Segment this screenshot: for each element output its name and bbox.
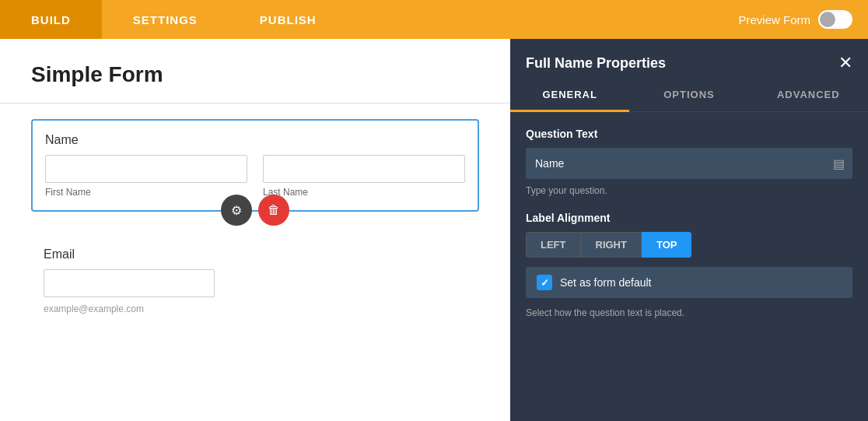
preview-form-label: Preview Form — [738, 13, 810, 26]
preview-toggle[interactable] — [818, 10, 852, 29]
panel-tabs: GENERAL OPTIONS ADVANCED — [510, 79, 868, 112]
align-top-button[interactable]: TOP — [642, 232, 692, 258]
question-hint: Type your question. — [526, 185, 852, 196]
settings-button[interactable]: ⚙ — [221, 195, 252, 226]
email-input[interactable] — [44, 269, 215, 297]
form-title-area: Simple Form — [0, 39, 510, 103]
tab-advanced[interactable]: ADVANCED — [749, 79, 868, 111]
last-name-input[interactable] — [263, 155, 465, 183]
tab-settings[interactable]: SETTINGS — [102, 0, 229, 39]
panel-title: Full Name Properties — [526, 55, 666, 72]
form-builder: Simple Form Name First Name Last Name — [0, 39, 510, 421]
tab-publish[interactable]: PUBLISH — [229, 0, 348, 39]
properties-panel: Full Name Properties ✕ GENERAL OPTIONS A… — [510, 39, 868, 421]
tab-options[interactable]: OPTIONS — [629, 79, 748, 111]
first-name-input[interactable] — [45, 155, 247, 183]
alignment-row: LEFT RIGHT TOP — [526, 232, 852, 258]
name-field-label: Name — [45, 133, 465, 147]
email-hint: example@example.com — [44, 303, 144, 314]
panel-body: Question Text ▤ Type your question. Labe… — [510, 112, 868, 421]
preview-form-area: Preview Form — [738, 10, 868, 29]
set-default-label: Set as form default — [560, 276, 652, 289]
text-format-icon: ▤ — [833, 156, 845, 171]
align-right-button[interactable]: RIGHT — [581, 232, 642, 258]
set-default-row[interactable]: ✓ Set as form default — [526, 267, 852, 298]
toggle-knob — [820, 12, 835, 27]
last-name-label: Last Name — [263, 187, 465, 198]
form-fields-area: Name First Name Last Name ⚙ — [0, 103, 510, 356]
field-actions: ⚙ 🗑 — [221, 195, 289, 226]
align-left-button[interactable]: LEFT — [526, 232, 581, 258]
first-name-sub-field: First Name — [45, 155, 247, 198]
name-field-block: Name First Name Last Name ⚙ — [31, 119, 479, 212]
question-input-wrapper: ▤ — [526, 148, 852, 179]
email-field-label: Email — [44, 247, 467, 261]
set-default-checkbox[interactable]: ✓ — [537, 275, 552, 290]
form-title: Simple Form — [31, 62, 479, 87]
main-content: Simple Form Name First Name Last Name — [0, 39, 868, 421]
footer-hint: Select how the question text is placed. — [526, 307, 852, 318]
form-canvas: Simple Form Name First Name Last Name — [0, 39, 510, 421]
label-alignment-section-label: Label Alignment — [526, 212, 852, 224]
panel-header: Full Name Properties ✕ — [510, 39, 868, 79]
checkmark-icon: ✓ — [541, 277, 549, 289]
first-name-label: First Name — [45, 187, 247, 198]
top-nav: BUILD SETTINGS PUBLISH Preview Form — [0, 0, 868, 39]
name-field-row: First Name Last Name — [45, 155, 465, 198]
question-text-input[interactable] — [526, 148, 852, 179]
close-button[interactable]: ✕ — [838, 54, 852, 72]
email-field-block: Email example@example.com — [31, 235, 479, 328]
question-text-section-label: Question Text — [526, 128, 852, 140]
tab-general[interactable]: GENERAL — [510, 79, 629, 112]
delete-button[interactable]: 🗑 — [258, 195, 289, 226]
last-name-sub-field: Last Name — [263, 155, 465, 198]
tab-build[interactable]: BUILD — [0, 0, 102, 39]
